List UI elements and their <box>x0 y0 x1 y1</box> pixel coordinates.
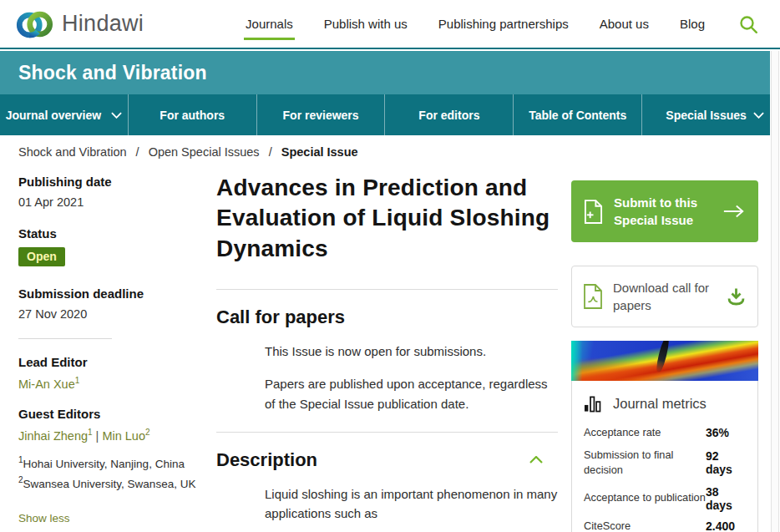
journal-cover-image <box>571 341 758 381</box>
breadcrumb-current: Special Issue <box>281 145 358 159</box>
publishing-date-label: Publishing date <box>18 175 198 189</box>
breadcrumb: Shock and Vibration / Open Special Issue… <box>18 145 358 159</box>
affiliation: 1Hohai University, Nanjing, China <box>18 455 198 470</box>
call-for-papers-paragraph: This Issue is now open for submissions. <box>265 342 558 361</box>
publishing-date-value: 01 Apr 2021 <box>18 195 198 209</box>
metric-row: Submission to final decision 92 days <box>584 448 746 479</box>
nav-publish-with-us[interactable]: Publish with us <box>324 17 408 31</box>
metric-value: 92 days <box>706 449 746 476</box>
hindawi-logo[interactable]: Hindawi <box>15 5 144 43</box>
journal-metrics-heading: Journal metrics <box>613 396 707 412</box>
journal-title-bar: Shock and Vibration <box>0 51 770 94</box>
description-paragraph: Liquid sloshing is an important phenomen… <box>265 484 558 524</box>
tab-journal-overview[interactable]: Journal overview <box>0 94 129 135</box>
metric-label: Acceptance to publication <box>584 490 706 506</box>
guest-editor-link[interactable]: Jinhai Zheng1 <box>18 429 93 443</box>
lead-editor-label: Lead Editor <box>18 355 198 369</box>
breadcrumb-separator: / <box>136 145 139 159</box>
chevron-up-icon <box>529 456 543 464</box>
document-add-icon <box>584 200 603 224</box>
tab-for-reviewers[interactable]: For reviewers <box>257 94 386 135</box>
description-heading: Description <box>216 449 317 471</box>
page-scrollbar[interactable] <box>771 51 779 532</box>
nav-about-us[interactable]: About us <box>600 17 649 31</box>
download-button-label: Download call for papers <box>613 279 716 314</box>
content-divider <box>216 289 558 290</box>
nav-publishing-partnerships[interactable]: Publishing partnerships <box>438 17 569 31</box>
affiliation: 2Swansea University, Swansea, UK <box>18 475 198 490</box>
page: Hindawi Journals Publish with us Publish… <box>0 0 780 532</box>
arrow-right-icon <box>722 203 746 220</box>
journal-tabs: Journal overview For authors For reviewe… <box>0 94 770 135</box>
tab-for-authors[interactable]: For authors <box>129 94 257 135</box>
download-icon <box>726 286 747 307</box>
collapse-description-button[interactable] <box>526 453 546 467</box>
metric-value: 38 days <box>706 485 746 512</box>
chevron-down-icon <box>111 112 122 119</box>
nav-journals[interactable]: Journals <box>246 17 293 31</box>
chevron-down-icon <box>753 112 764 119</box>
site-header: Hindawi Journals Publish with us Publish… <box>0 0 780 49</box>
call-for-papers-heading: Call for papers <box>216 307 345 328</box>
action-rail: Submit to this Special Issue Download ca… <box>571 180 758 532</box>
search-button[interactable] <box>738 14 758 34</box>
metric-row: Acceptance rate 36% <box>584 425 746 441</box>
journal-metrics-card: Journal metrics Acceptance rate 36% Subm… <box>571 341 758 532</box>
metric-row: Acceptance to publication 38 days <box>584 485 746 512</box>
call-for-papers-paragraph: Papers are published upon acceptance, re… <box>265 374 558 413</box>
submit-button-label: Submit to this Special Issue <box>614 194 712 229</box>
cover-image-streak <box>655 341 671 374</box>
sidebar-divider <box>18 338 112 339</box>
brand-name: Hindawi <box>62 11 144 37</box>
special-issue-title: Advances in Prediction and Evaluation of… <box>216 173 558 264</box>
top-nav: Journals Publish with us Publishing part… <box>246 17 705 31</box>
search-icon <box>738 14 758 34</box>
bar-chart-icon <box>584 395 601 413</box>
deadline-value: 27 Nov 2020 <box>18 307 198 321</box>
metric-row: CiteScore 2.400 <box>584 519 746 532</box>
status-badge: Open <box>18 247 65 266</box>
guest-editors-label: Guest Editors <box>18 407 198 421</box>
metric-label: CiteScore <box>584 519 706 532</box>
issue-sidebar: Publishing date 01 Apr 2021 Status Open … <box>18 175 198 532</box>
pdf-icon <box>583 284 603 309</box>
submit-to-special-issue-button[interactable]: Submit to this Special Issue <box>571 180 758 242</box>
tab-for-editors[interactable]: For editors <box>385 94 514 135</box>
metric-label: Submission to final decision <box>584 448 706 479</box>
breadcrumb-separator: / <box>269 145 272 159</box>
deadline-label: Submission deadline <box>18 286 198 301</box>
main-content: Advances in Prediction and Evaluation of… <box>216 173 558 532</box>
guest-editor-link[interactable]: Min Luo2 <box>102 429 149 443</box>
metric-label: Acceptance rate <box>584 425 706 441</box>
tab-table-of-contents[interactable]: Table of Contents <box>514 94 642 135</box>
breadcrumb-open-special-issues[interactable]: Open Special Issues <box>149 145 260 159</box>
metric-value: 2.400 <box>706 519 735 532</box>
metric-value: 36% <box>706 426 729 439</box>
content-divider <box>216 432 558 433</box>
lead-editor-link[interactable]: Mi-An Xue1 <box>18 377 79 391</box>
editor-separator: | <box>96 429 99 443</box>
hindawi-logo-icon <box>15 5 53 43</box>
status-label: Status <box>18 226 198 241</box>
download-call-for-papers-button[interactable]: Download call for papers <box>571 266 758 327</box>
journal-title: Shock and Vibration <box>18 62 207 84</box>
breadcrumb-journal[interactable]: Shock and Vibration <box>18 145 127 159</box>
show-less-link[interactable]: Show less <box>18 512 70 524</box>
tab-special-issues[interactable]: Special Issues <box>642 94 770 135</box>
nav-blog[interactable]: Blog <box>680 17 705 31</box>
